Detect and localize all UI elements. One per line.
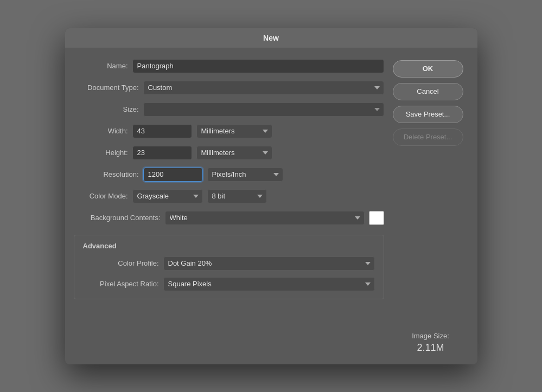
height-row: Height: Pixels Inches Centimeters Millim… <box>74 146 384 160</box>
name-label: Name: <box>74 62 128 70</box>
bitdepth-select[interactable]: 8 bit 16 bit 32 bit <box>207 189 267 203</box>
advanced-title: Advanced <box>83 242 375 250</box>
dialog-overlay: New Name: Document Type: Custom Default … <box>0 0 542 392</box>
resolution-unit-select[interactable]: Pixels/Inch Pixels/Centimeter <box>207 168 283 182</box>
doctype-row: Document Type: Custom Default Photoshop … <box>74 81 384 95</box>
dialog-title: New <box>263 34 279 42</box>
size-label: Size: <box>74 105 139 113</box>
ok-button[interactable]: OK <box>393 60 463 78</box>
name-input[interactable] <box>132 59 384 73</box>
delete-preset-button: Delete Preset... <box>393 128 463 146</box>
width-unit-select[interactable]: Pixels Inches Centimeters Millimeters Po… <box>196 124 272 138</box>
colorprofile-label: Color Profile: <box>83 259 159 267</box>
height-label: Height: <box>74 149 128 157</box>
cancel-button[interactable]: Cancel <box>393 83 463 100</box>
pixelaspect-select[interactable]: Square Pixels D1/DV NTSC D1/DV PAL <box>163 277 375 291</box>
dialog-titlebar: New <box>65 28 477 48</box>
doctype-label: Document Type: <box>74 83 139 92</box>
bgcolor-row: Background Contents: White Black Backgro… <box>74 211 384 225</box>
new-document-dialog: New Name: Document Type: Custom Default … <box>65 28 477 364</box>
height-unit-select[interactable]: Pixels Inches Centimeters Millimeters Po… <box>196 146 272 160</box>
bgcolor-label: Background Contents: <box>74 214 161 222</box>
dialog-left-panel: Name: Document Type: Custom Default Phot… <box>74 59 384 354</box>
resolution-input[interactable] <box>143 168 203 182</box>
resolution-row: Resolution: Pixels/Inch Pixels/Centimete… <box>74 168 384 182</box>
width-row: Width: Pixels Inches Centimeters Millime… <box>74 124 384 138</box>
colormode-select[interactable]: Bitmap Grayscale RGB Color CMYK Color La… <box>132 189 203 203</box>
dialog-body: Name: Document Type: Custom Default Phot… <box>65 48 477 364</box>
bgcolor-select[interactable]: White Black Background Color Transparent <box>165 211 365 225</box>
colorprofile-row: Color Profile: Dot Gain 10% Dot Gain 15%… <box>83 256 375 271</box>
image-size-value: 2.11M <box>393 342 469 354</box>
image-size-section: Image Size: 2.11M <box>393 321 469 354</box>
save-preset-button[interactable]: Save Preset... <box>393 106 463 123</box>
bgcolor-swatch[interactable] <box>369 211 384 225</box>
size-row: Size: <box>74 102 384 117</box>
size-select <box>143 102 384 117</box>
width-input[interactable] <box>132 124 192 138</box>
dialog-right-panel: OK Cancel Save Preset... Delete Preset..… <box>393 59 469 354</box>
height-input[interactable] <box>132 146 192 160</box>
colormode-label: Color Mode: <box>74 192 128 200</box>
name-row: Name: <box>74 59 384 73</box>
advanced-section: Advanced Color Profile: Dot Gain 10% Dot… <box>74 235 384 299</box>
pixelaspect-label: Pixel Aspect Ratio: <box>83 280 159 288</box>
colormode-row: Color Mode: Bitmap Grayscale RGB Color C… <box>74 189 384 203</box>
pixelaspect-row: Pixel Aspect Ratio: Square Pixels D1/DV … <box>83 277 375 291</box>
image-size-label: Image Size: <box>393 332 469 340</box>
width-label: Width: <box>74 127 128 135</box>
colorprofile-select[interactable]: Dot Gain 10% Dot Gain 15% Dot Gain 20% D… <box>163 256 375 271</box>
resolution-label: Resolution: <box>74 170 139 178</box>
doctype-select[interactable]: Custom Default Photoshop Size Letter Leg… <box>143 81 384 95</box>
